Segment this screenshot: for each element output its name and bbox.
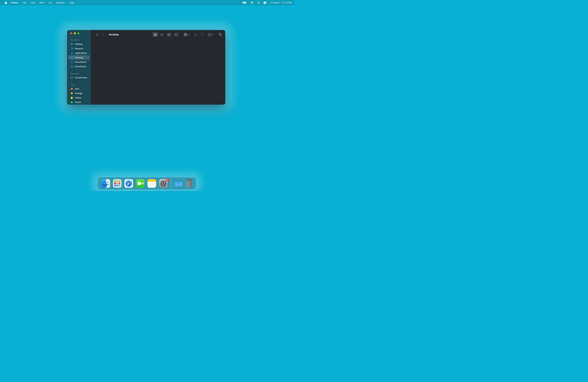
sidebar-item-label: Green xyxy=(75,101,81,103)
dock-separator xyxy=(171,179,171,188)
sidebar-item-desktop[interactable]: Desktop xyxy=(68,55,90,60)
desktop[interactable]: { "menu_bar": { "apple_icon": "apple-log… xyxy=(0,0,294,191)
menu-item-help[interactable]: Help xyxy=(67,1,76,4)
sidebar-section-favorites: Favorites xyxy=(68,39,90,41)
column-view-button[interactable] xyxy=(166,32,172,37)
dock-item-facetime[interactable] xyxy=(136,179,145,188)
sidebar-item-label: iCloud Drive xyxy=(75,76,87,79)
menu-item-window[interactable]: Window xyxy=(54,1,67,4)
sidebar-item-label: Downloads xyxy=(75,65,86,68)
launchpad-app-icon xyxy=(113,179,122,188)
sidebar-item-label: Yellow xyxy=(75,96,81,99)
cloud-icon xyxy=(70,76,73,79)
chevron-down-icon xyxy=(188,33,189,36)
finder-main-pane: Desktop xyxy=(91,30,225,105)
sidebar-item-downloads[interactable]: Downloads xyxy=(68,64,90,69)
menu-item-file[interactable]: File xyxy=(20,1,29,4)
window-title: Desktop xyxy=(109,33,119,36)
menu-item-edit[interactable]: Edit xyxy=(29,1,37,4)
downloads-folder-icon xyxy=(174,179,183,188)
toolbar-separator xyxy=(165,33,166,36)
minimize-button[interactable] xyxy=(74,32,76,34)
orange-tag-dot xyxy=(71,92,73,94)
finder-sidebar: Favorites AirDrop Recents xyxy=(67,30,91,105)
notification-badge: 1 xyxy=(166,178,169,182)
apple-menu[interactable] xyxy=(3,1,9,4)
icon-view-button[interactable] xyxy=(152,32,159,37)
battery-icon[interactable] xyxy=(241,1,249,4)
control-center-icon[interactable] xyxy=(261,1,268,4)
sidebar-item-label: Documents xyxy=(75,61,86,63)
sidebar-item-label: Applications xyxy=(75,52,87,54)
menu-item-view[interactable]: View xyxy=(37,1,46,4)
file-browser-content[interactable] xyxy=(91,39,225,105)
sidebar-item-label: AirDrop xyxy=(75,43,83,45)
menu-item-finder[interactable]: Finder xyxy=(9,1,20,4)
document-icon xyxy=(70,60,73,63)
safari-app-icon xyxy=(125,179,133,188)
trash-icon xyxy=(186,179,193,188)
clock-icon xyxy=(70,47,73,50)
sidebar-item-applications[interactable]: Applications xyxy=(68,51,90,55)
sidebar-item-label: Red xyxy=(75,88,79,90)
menu-item-go[interactable]: Go xyxy=(46,1,54,4)
close-button[interactable] xyxy=(70,32,72,34)
dock-item-launchpad[interactable] xyxy=(113,179,122,188)
dock-item-downloads[interactable] xyxy=(174,179,183,188)
dock-item-system-settings[interactable]: 1 xyxy=(159,179,168,188)
dock-item-trash[interactable] xyxy=(186,179,193,188)
sidebar-item-label: Orange xyxy=(75,92,82,95)
list-view-button[interactable] xyxy=(159,32,165,37)
finder-app-icon xyxy=(101,179,110,188)
sidebar-item-tag-orange[interactable]: Orange xyxy=(68,91,90,96)
view-switcher xyxy=(152,32,179,37)
search-button[interactable] xyxy=(219,33,222,36)
menu-time: 12:19 PM xyxy=(282,1,292,4)
sidebar-item-recents[interactable]: Recents xyxy=(68,46,90,51)
dock: 1 xyxy=(97,177,196,190)
dock-item-finder[interactable] xyxy=(101,179,110,188)
sidebar-item-label: Recents xyxy=(75,47,83,50)
menu-date: Fri Sep 5 xyxy=(270,1,279,4)
sidebar-item-airdrop[interactable]: AirDrop xyxy=(68,42,90,46)
airdrop-icon xyxy=(70,43,73,46)
dock-item-notes[interactable] xyxy=(147,179,156,188)
desktop-monitor-icon xyxy=(70,56,73,59)
menu-bar: Finder File Edit View Go Window Help xyxy=(0,0,294,5)
sidebar-item-tag-green[interactable]: Green xyxy=(68,100,90,105)
gallery-view-button[interactable] xyxy=(173,32,179,37)
tag-button[interactable] xyxy=(201,33,204,36)
download-circle-icon xyxy=(70,65,73,68)
forward-button[interactable] xyxy=(101,33,105,36)
traffic-lights xyxy=(68,32,90,34)
back-button[interactable] xyxy=(95,33,99,36)
dock-item-safari[interactable] xyxy=(125,179,133,188)
running-indicator xyxy=(105,189,106,189)
yellow-tag-dot xyxy=(71,97,73,99)
sidebar-item-label: Desktop xyxy=(75,56,83,59)
finder-toolbar: Desktop xyxy=(91,30,225,39)
zoom-button[interactable] xyxy=(77,32,79,34)
spotlight-search-icon[interactable] xyxy=(255,1,261,4)
chevron-down-icon xyxy=(212,33,214,36)
facetime-app-icon xyxy=(136,179,145,188)
app-store-a-icon xyxy=(70,52,73,55)
finder-window: Favorites AirDrop Recents xyxy=(67,30,225,105)
more-button[interactable] xyxy=(208,33,214,36)
sidebar-item-tag-red[interactable]: Red xyxy=(68,87,90,91)
red-tag-dot xyxy=(71,88,73,90)
sidebar-section-tags: Tags xyxy=(68,84,90,86)
group-button[interactable] xyxy=(184,33,189,36)
green-tag-dot xyxy=(71,101,73,103)
apple-logo-icon xyxy=(5,1,7,4)
sidebar-item-icloud-drive[interactable]: iCloud Drive xyxy=(68,76,90,80)
share-button[interactable] xyxy=(194,33,197,36)
wifi-icon[interactable] xyxy=(249,1,255,4)
sidebar-section-locations: Locations xyxy=(68,73,90,75)
notes-app-icon xyxy=(147,179,156,188)
menu-clock[interactable]: Fri Sep 5 12:19 PM xyxy=(268,1,292,4)
sidebar-item-documents[interactable]: Documents xyxy=(68,60,90,64)
toolbar-separator xyxy=(172,33,173,36)
sidebar-item-tag-yellow[interactable]: Yellow xyxy=(68,96,90,100)
